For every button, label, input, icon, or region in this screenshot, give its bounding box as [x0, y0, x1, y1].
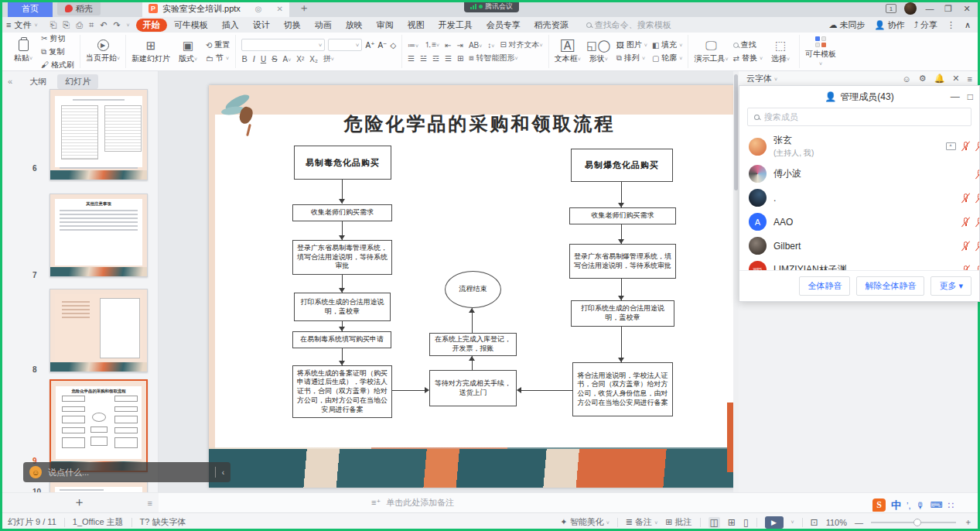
shapes-button[interactable]: ◱◯形状˅ — [586, 39, 612, 64]
reset-button[interactable]: ⟲重置 — [206, 39, 230, 50]
undo-icon[interactable]: ↶ — [100, 20, 107, 30]
add-slide-button[interactable]: ＋ — [73, 495, 86, 511]
flow-node-right-2[interactable]: 登录广东省易制爆管理系统，填写合法用途说明，等待系统审批 — [569, 244, 676, 279]
menu-tab-animation[interactable]: 动画 — [308, 19, 339, 32]
layout-button[interactable]: ▣版式˅ — [175, 39, 201, 64]
customize-toolbar-icon[interactable]: ˅ — [127, 22, 130, 28]
font-size-select[interactable]: ˅ — [328, 39, 362, 51]
member-search-input[interactable] — [764, 112, 965, 122]
menu-tab-insert[interactable]: 插入 — [215, 19, 246, 32]
restore-button[interactable]: ❐ — [943, 4, 954, 14]
flow-node-right-1[interactable]: 收集老师们购买需求 — [569, 207, 676, 224]
distribute-icon[interactable]: ⊞ — [457, 54, 463, 63]
member-row[interactable]: . — [739, 186, 979, 210]
meeting-maximize-button[interactable]: □ — [968, 91, 973, 102]
missing-font-warning[interactable]: T? 缺失字体 — [140, 516, 186, 528]
window-number-icon[interactable]: 1 — [886, 4, 896, 13]
flow-node-end[interactable]: 流程结束 — [445, 271, 501, 308]
flow-node-left-5[interactable]: 将系统生成的备案证明（购买申请通过后生成），学校法人证书，合同（双方盖章）给对方… — [292, 365, 392, 418]
align-text-button[interactable]: ⊟ 对齐文本˅ — [500, 39, 542, 50]
increase-font-icon[interactable]: A⁺ — [365, 41, 374, 50]
align-left-icon[interactable]: ☰ — [408, 54, 415, 63]
bell-icon[interactable]: 🔔 — [934, 74, 945, 84]
picture-button[interactable]: 🖼图片˅ — [616, 39, 647, 50]
section-button[interactable]: 🗀节˅ — [206, 53, 230, 63]
flow-node-middle-1[interactable]: 在系统上完成入库登记，开发票，报账 — [429, 333, 517, 356]
canvas-scrollbar[interactable] — [733, 71, 739, 492]
present-tools-button[interactable]: 🖵演示工具˅ — [694, 39, 728, 64]
flow-node-left-4[interactable]: 在易制毒系统填写购买申请 — [292, 331, 391, 348]
meeting-status-badge[interactable]: 腾讯会议 — [464, 0, 519, 12]
flow-node-left-3[interactable]: 打印系统生成的合法用途说明，盖校章 — [294, 293, 391, 321]
muted-mic-icon[interactable] — [961, 193, 970, 204]
flow-node-left-2[interactable]: 登录广东省易制毒管理系统，填写合法用途说明，等待系统审批 — [292, 240, 392, 275]
theme-name[interactable]: 1_Office 主题 — [73, 516, 124, 528]
menu-tab-design[interactable]: 设计 — [246, 19, 277, 32]
notes-bar[interactable]: ≡⁺ 单击此处添加备注 — [159, 492, 980, 512]
zoom-level[interactable]: 110% — [826, 518, 847, 527]
menu-tab-member[interactable]: 会员专享 — [480, 19, 528, 32]
zoom-slider-knob[interactable] — [913, 519, 921, 526]
docer-tab[interactable]: 稻壳 — [57, 2, 101, 15]
superscript-button[interactable]: X² — [296, 55, 304, 63]
comments-button[interactable]: ⊞ 批注 — [665, 516, 691, 528]
slideshow-options-icon[interactable]: ˅ — [791, 519, 794, 525]
tab-slides[interactable]: 幻灯片 — [57, 74, 98, 89]
flow-node-left-1[interactable]: 收集老师们购买需求 — [292, 204, 392, 221]
italic-button[interactable]: I — [253, 54, 255, 63]
decrease-font-icon[interactable]: A⁻ — [377, 41, 387, 50]
keniu-template-button[interactable]: 可牛模板˅ — [805, 36, 836, 67]
collaborate-button[interactable]: 👤 协作 — [875, 19, 905, 31]
increase-indent-icon[interactable]: ⇥ — [457, 41, 463, 50]
document-tab[interactable]: P 实验室安全培训.pptx ◎ ✕ — [142, 0, 289, 17]
tab-close-icon[interactable]: ✕ — [277, 5, 283, 13]
slide-thumbnail-9-current[interactable]: 危险化学品的采购和领取流程 — [50, 379, 148, 472]
menu-tab-review[interactable]: 审阅 — [370, 19, 401, 32]
collapse-sidebar-icon[interactable]: « — [8, 77, 12, 86]
line-spacing-icon[interactable]: ↕˅ — [487, 41, 494, 50]
member-row[interactable]: 傅小波 — [739, 162, 979, 186]
smart-beautify-button[interactable]: ✦ 智能美化 ˅ — [560, 516, 609, 528]
notes-placeholder[interactable]: 单击此处添加备注 — [386, 497, 454, 509]
chat-input-placeholder[interactable]: 说点什么... — [48, 467, 209, 478]
muted-mic-icon[interactable] — [961, 141, 970, 152]
member-search-box[interactable] — [747, 108, 971, 126]
more-button[interactable]: 更多 ▾ — [930, 276, 971, 296]
ime-toolbox-icon[interactable]: ∷ — [948, 500, 954, 511]
zoom-slider[interactable] — [871, 522, 956, 523]
align-right-icon[interactable]: ☲ — [432, 54, 439, 63]
user-avatar[interactable] — [904, 2, 917, 15]
tab-preview-icon[interactable]: ◎ — [255, 5, 262, 13]
text-box-button[interactable]: 🄰文本框˅ — [555, 39, 581, 64]
fit-to-window-icon[interactable]: ⊡ — [811, 517, 818, 528]
underline-button[interactable]: U — [261, 55, 266, 63]
save-icon[interactable]: ⎗ — [50, 20, 57, 30]
meeting-chat-overlay[interactable]: ☺ 说点什么... ‹ — [23, 462, 230, 482]
member-row[interactable]: A AAO — [739, 210, 979, 234]
file-menu[interactable]: ≡文件˅ — [0, 19, 44, 31]
command-search[interactable]: 查找命令、搜索模板 — [586, 19, 671, 31]
reading-view-icon[interactable]: ▯ — [743, 517, 749, 528]
muted-mic-icon[interactable] — [961, 265, 970, 271]
chat-collapse-icon[interactable]: ‹ — [222, 468, 224, 477]
font-color-button[interactable]: A˅ — [282, 55, 291, 63]
minimize-button[interactable]: — — [924, 4, 935, 13]
new-tab-button[interactable]: ＋ — [299, 2, 309, 15]
sogou-ime-bar[interactable]: S 中 ’, 🎙 ⌨ ∷ — [872, 498, 954, 512]
menu-tab-home[interactable]: 开始 — [136, 19, 167, 32]
copy-button[interactable]: ⧉复制 — [41, 46, 74, 57]
cut-button[interactable]: ✂剪切 — [41, 33, 74, 44]
menu-tab-view[interactable]: 视图 — [401, 19, 432, 32]
align-center-icon[interactable]: ☱ — [420, 54, 427, 63]
sync-status[interactable]: ☁ 未同步 — [829, 19, 866, 31]
muted-mic-icon[interactable] — [961, 241, 970, 252]
meeting-minimize-button[interactable]: — — [951, 91, 960, 102]
mute-all-button[interactable]: 全体静音 — [799, 276, 850, 296]
flow-node-right-0[interactable]: 易制爆危化品购买 — [571, 149, 673, 182]
menu-tab-slideshow[interactable]: 放映 — [339, 19, 370, 32]
slide-thumbnail-6[interactable] — [50, 89, 148, 180]
flow-node-middle-2[interactable]: 等待对方完成相关手续，送货上门 — [429, 370, 517, 406]
zoom-out-button[interactable]: — — [855, 518, 863, 527]
flow-node-right-3[interactable]: 打印系统生成的合法用途说明，盖校章 — [571, 300, 674, 327]
ime-mic-icon[interactable]: 🎙 — [917, 501, 925, 510]
